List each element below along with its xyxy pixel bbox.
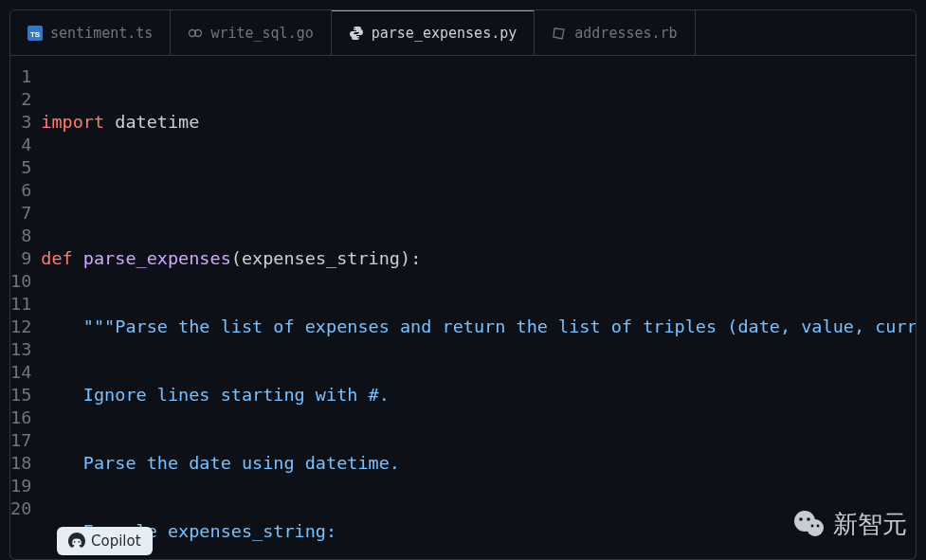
tab-label: addresses.rb bbox=[574, 25, 677, 42]
tab-label: parse_expenses.py bbox=[372, 25, 517, 42]
tab-label: write_sql.go bbox=[210, 25, 313, 42]
svg-point-5 bbox=[807, 519, 824, 536]
go-icon bbox=[188, 26, 203, 41]
signature: (expenses_string): bbox=[231, 248, 421, 268]
copilot-icon bbox=[68, 533, 85, 550]
typescript-icon: TS bbox=[27, 26, 43, 41]
function-name: parse_expenses bbox=[83, 248, 231, 268]
tab-addresses[interactable]: addresses.rb bbox=[535, 10, 695, 55]
editor-frame: TS sentiment.ts write_sql.go parse_expen… bbox=[9, 9, 917, 560]
watermark: 新智元 bbox=[791, 507, 907, 541]
tab-bar: TS sentiment.ts write_sql.go parse_expen… bbox=[10, 10, 916, 56]
keyword: def bbox=[41, 248, 72, 268]
svg-point-8 bbox=[811, 525, 814, 528]
module-name: datetime bbox=[115, 112, 199, 132]
watermark-text: 新智元 bbox=[833, 508, 907, 541]
line-gutter: 1234567891011121314151617181920 bbox=[10, 56, 41, 559]
tab-label: sentiment.ts bbox=[50, 25, 153, 42]
copilot-label: Copilot bbox=[91, 533, 141, 550]
copilot-button[interactable]: Copilot bbox=[57, 527, 153, 555]
svg-point-9 bbox=[817, 525, 820, 528]
keyword: import bbox=[41, 112, 104, 132]
code-content[interactable]: import datetime def parse_expenses(expen… bbox=[41, 56, 917, 559]
tab-parseexpenses[interactable]: parse_expenses.py bbox=[332, 10, 536, 55]
docstring: Ignore lines starting with #. bbox=[41, 385, 390, 405]
tab-writesql[interactable]: write_sql.go bbox=[171, 10, 331, 55]
tab-sentiment[interactable]: TS sentiment.ts bbox=[10, 10, 171, 55]
docstring: Parse the date using datetime. bbox=[41, 453, 400, 473]
python-icon bbox=[349, 26, 364, 41]
code-area: 1234567891011121314151617181920 import d… bbox=[10, 56, 916, 559]
svg-point-7 bbox=[807, 517, 810, 521]
wechat-icon bbox=[791, 507, 826, 541]
svg-point-6 bbox=[799, 517, 803, 521]
ruby-icon bbox=[552, 26, 567, 41]
docstring: """Parse the list of expenses and return… bbox=[41, 316, 917, 336]
svg-text:TS: TS bbox=[30, 30, 41, 39]
